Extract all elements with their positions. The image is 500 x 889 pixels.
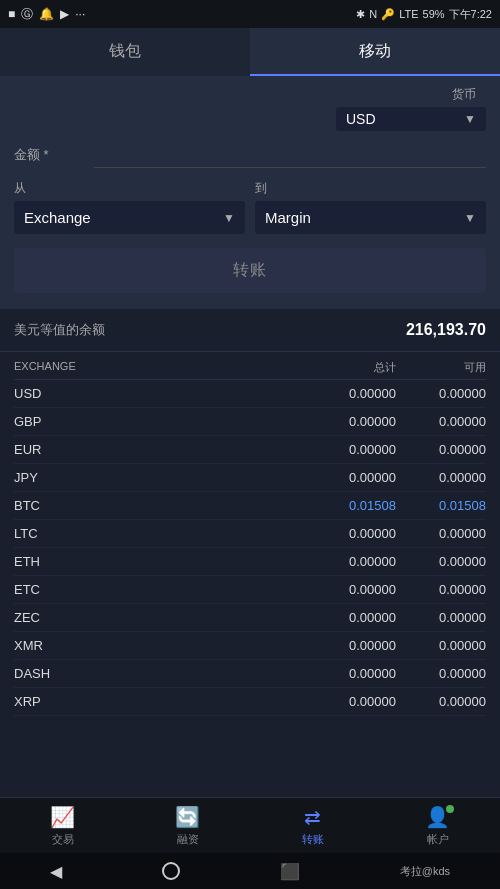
- row-currency: BTC: [14, 498, 296, 513]
- fund-icon: 🔄: [175, 805, 200, 829]
- currency-select[interactable]: USD ▼: [336, 107, 486, 131]
- signal-icon: LTE: [399, 8, 418, 20]
- row-total: 0.00000: [296, 694, 396, 709]
- transfer-button[interactable]: 转账: [14, 248, 486, 293]
- status-right-icons: ✱ N 🔑 LTE 59% 下午7:22: [356, 7, 492, 22]
- back-button[interactable]: ◀: [50, 862, 62, 881]
- from-group: 从 Exchange ▼: [14, 180, 245, 234]
- nav-label-transfer: 转账: [302, 832, 324, 847]
- system-nav: ◀ ⬛ 考拉@kds: [0, 853, 500, 889]
- to-chevron-icon: ▼: [464, 211, 476, 225]
- transfer-icon: ⇄: [304, 805, 321, 829]
- table-body: USD 0.00000 0.00000 GBP 0.00000 0.00000 …: [14, 380, 486, 716]
- row-available: 0.01508: [396, 498, 486, 513]
- currency-value: USD: [346, 111, 376, 127]
- nfc-icon: N: [369, 8, 377, 20]
- header-available: 可用: [396, 360, 486, 375]
- nav-item-fund[interactable]: 🔄 融资: [125, 805, 250, 847]
- balance-section: 美元等值的余额 216,193.70: [0, 309, 500, 352]
- status-bar: ■ Ⓖ 🔔 ▶ ··· ✱ N 🔑 LTE 59% 下午7:22: [0, 0, 500, 28]
- row-currency: EUR: [14, 442, 296, 457]
- row-currency: ZEC: [14, 610, 296, 625]
- row-available: 0.00000: [396, 554, 486, 569]
- to-value: Margin: [265, 209, 311, 226]
- nav-item-account[interactable]: 👤 帐户: [375, 805, 500, 847]
- tab-move[interactable]: 移动: [250, 28, 500, 76]
- row-available: 0.00000: [396, 526, 486, 541]
- row-total: 0.00000: [296, 414, 396, 429]
- app-icon: Ⓖ: [21, 6, 33, 23]
- table-row: LTC 0.00000 0.00000: [14, 520, 486, 548]
- battery-icon: 59%: [423, 8, 445, 20]
- row-total: 0.00000: [296, 610, 396, 625]
- watermark: 考拉@kds: [400, 864, 450, 879]
- table-row: BTC 0.01508 0.01508: [14, 492, 486, 520]
- table-row: GBP 0.00000 0.00000: [14, 408, 486, 436]
- home-button[interactable]: [162, 862, 180, 880]
- dots: ···: [75, 7, 85, 21]
- row-total: 0.00000: [296, 554, 396, 569]
- table-row: XMR 0.00000 0.00000: [14, 632, 486, 660]
- row-currency: DASH: [14, 666, 296, 681]
- account-online-dot: [446, 805, 454, 813]
- account-icon-wrapper: 👤: [425, 805, 450, 829]
- nav-item-transfer[interactable]: ⇄ 转账: [250, 805, 375, 847]
- row-total: 0.00000: [296, 582, 396, 597]
- from-select[interactable]: Exchange ▼: [14, 201, 245, 234]
- row-total: 0.00000: [296, 666, 396, 681]
- from-to-row: 从 Exchange ▼ 到 Margin ▼: [14, 180, 486, 234]
- currency-wrapper: 货币 USD ▼: [14, 86, 486, 131]
- row-currency: ETH: [14, 554, 296, 569]
- nav-item-trade[interactable]: 📈 交易: [0, 805, 125, 847]
- bluetooth-icon: ✱: [356, 8, 365, 21]
- to-select[interactable]: Margin ▼: [255, 201, 486, 234]
- table-row: ETC 0.00000 0.00000: [14, 576, 486, 604]
- row-total: 0.00000: [296, 442, 396, 457]
- row-currency: XRP: [14, 694, 296, 709]
- row-available: 0.00000: [396, 414, 486, 429]
- from-label: 从: [14, 180, 245, 197]
- header-exchange: EXCHANGE: [14, 360, 296, 375]
- nav-label-fund: 融资: [177, 832, 199, 847]
- row-currency: GBP: [14, 414, 296, 429]
- table-row: USD 0.00000 0.00000: [14, 380, 486, 408]
- play-icon: ▶: [60, 7, 69, 21]
- time: 下午7:22: [449, 7, 492, 22]
- table-row: DASH 0.00000 0.00000: [14, 660, 486, 688]
- row-available: 0.00000: [396, 666, 486, 681]
- table-row: ETH 0.00000 0.00000: [14, 548, 486, 576]
- row-available: 0.00000: [396, 638, 486, 653]
- amount-label: 金额 *: [14, 146, 94, 164]
- nav-label-account: 帐户: [427, 832, 449, 847]
- recents-button[interactable]: ⬛: [280, 862, 300, 881]
- row-available: 0.00000: [396, 442, 486, 457]
- amount-input[interactable]: [94, 141, 486, 168]
- nav-label-trade: 交易: [52, 832, 74, 847]
- row-currency: LTC: [14, 526, 296, 541]
- balance-label: 美元等值的余额: [14, 321, 105, 339]
- row-total: 0.00000: [296, 638, 396, 653]
- row-currency: JPY: [14, 470, 296, 485]
- row-available: 0.00000: [396, 470, 486, 485]
- row-available: 0.00000: [396, 694, 486, 709]
- table-row: EUR 0.00000 0.00000: [14, 436, 486, 464]
- row-total: 0.01508: [296, 498, 396, 513]
- bottom-nav: 📈 交易 🔄 融资 ⇄ 转账 👤 帐户: [0, 797, 500, 853]
- header-total: 总计: [296, 360, 396, 375]
- row-available: 0.00000: [396, 386, 486, 401]
- table-section: EXCHANGE 总计 可用 USD 0.00000 0.00000 GBP 0…: [0, 352, 500, 716]
- row-currency: ETC: [14, 582, 296, 597]
- row-total: 0.00000: [296, 470, 396, 485]
- row-available: 0.00000: [396, 582, 486, 597]
- to-group: 到 Margin ▼: [255, 180, 486, 234]
- table-row: ZEC 0.00000 0.00000: [14, 604, 486, 632]
- tab-wallet[interactable]: 钱包: [0, 28, 250, 76]
- trade-icon: 📈: [50, 805, 75, 829]
- tab-header: 钱包 移动: [0, 28, 500, 76]
- currency-label: 货币: [452, 86, 476, 103]
- row-total: 0.00000: [296, 386, 396, 401]
- bell-icon: 🔔: [39, 7, 54, 21]
- form-area: 货币 USD ▼ 金额 * 从 Exchange ▼ 到 Margin ▼ 转账: [0, 76, 500, 309]
- row-total: 0.00000: [296, 526, 396, 541]
- amount-row: 金额 *: [14, 141, 486, 168]
